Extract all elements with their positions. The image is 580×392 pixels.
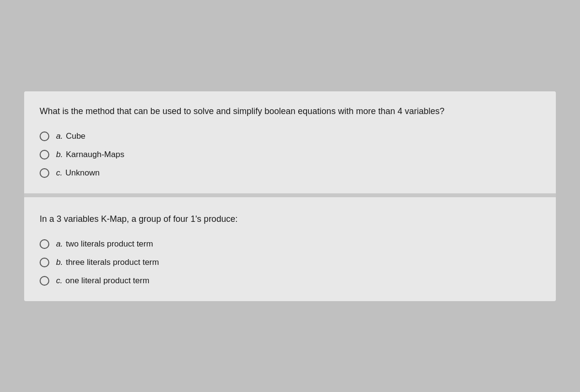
radio-q2-b[interactable]	[40, 258, 49, 267]
question-2-options: a. two literals product term b. three li…	[40, 239, 540, 286]
option-text-q1-b: Karnaugh-Maps	[66, 150, 124, 160]
radio-q1-a[interactable]	[40, 131, 49, 141]
question-2-block: In a 3 variables K-Map, a group of four …	[24, 193, 556, 301]
option-label-q2-a: a.	[56, 239, 63, 249]
radio-q1-b[interactable]	[40, 150, 49, 160]
option-text-q2-a: two literals product term	[66, 239, 153, 249]
radio-q2-c[interactable]	[40, 276, 49, 286]
question-2-text: In a 3 variables K-Map, a group of four …	[40, 213, 540, 226]
option-label-q1-c: c.	[56, 168, 62, 178]
page-container: What is the method that can be used to s…	[24, 91, 556, 301]
option-label-q1-a: a.	[56, 131, 63, 141]
question-1-option-a[interactable]: a. Cube	[40, 131, 540, 141]
question-2-option-a[interactable]: a. two literals product term	[40, 239, 540, 249]
question-1-options: a. Cube b. Karnaugh-Maps c. Unknown	[40, 131, 540, 178]
option-text-q2-b: three literals product term	[66, 258, 159, 267]
radio-q1-c[interactable]	[40, 168, 49, 178]
option-text-q2-c: one literal product term	[65, 276, 149, 286]
option-text-q1-c: Unknown	[65, 168, 100, 178]
option-text-q1-a: Cube	[66, 131, 86, 141]
question-1-text: What is the method that can be used to s…	[40, 105, 540, 118]
option-label-q1-b: b.	[56, 150, 63, 160]
question-2-option-b[interactable]: b. three literals product term	[40, 258, 540, 267]
question-1-option-b[interactable]: b. Karnaugh-Maps	[40, 150, 540, 160]
question-2-option-c[interactable]: c. one literal product term	[40, 276, 540, 286]
question-1-option-c[interactable]: c. Unknown	[40, 168, 540, 178]
radio-q2-a[interactable]	[40, 239, 49, 249]
question-1-block: What is the method that can be used to s…	[24, 91, 556, 193]
option-label-q2-c: c.	[56, 276, 62, 286]
option-label-q2-b: b.	[56, 258, 63, 267]
